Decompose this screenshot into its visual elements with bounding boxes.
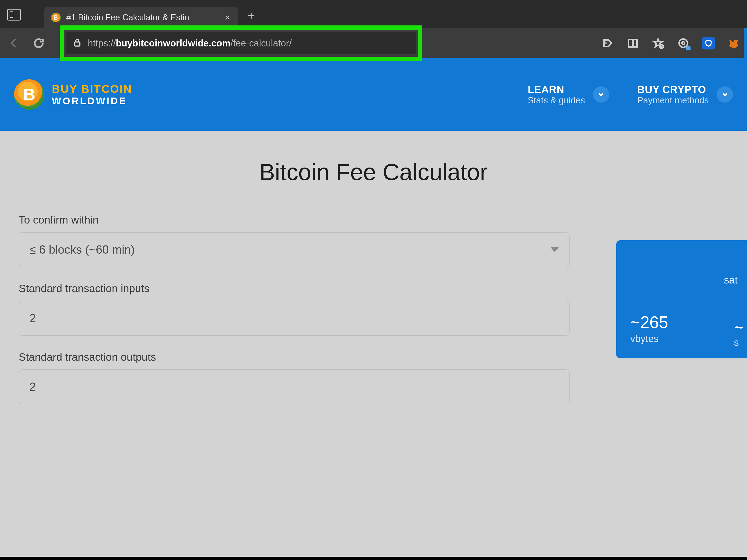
summary-vbytes-unit: vbytes [630, 333, 738, 344]
outputs-field[interactable] [19, 369, 570, 404]
refresh-button[interactable] [32, 36, 46, 50]
summary-top-label: sat [630, 254, 738, 306]
logo-mark-icon: B [14, 79, 44, 110]
url-host: buybitcoinworldwide.com [116, 38, 230, 48]
summary-right-unit: s [734, 337, 744, 348]
browser-titlebar: B #1 Bitcoin Fee Calculator & Estin × + [0, 0, 747, 28]
nav-learn-title: LEARN [528, 84, 585, 96]
tab-favicon-icon: B [51, 12, 61, 22]
outputs-label: Standard transaction outputs [19, 351, 570, 363]
svg-point-5 [679, 39, 688, 47]
back-button[interactable] [7, 36, 21, 50]
tab-title: #1 Bitcoin Fee Calculator & Estin [66, 12, 218, 22]
extension-circle-icon[interactable] [677, 37, 690, 50]
logo-text-line2: WORLDWIDE [52, 96, 132, 107]
letterbox-bar [0, 557, 747, 560]
reader-icon[interactable] [626, 37, 639, 50]
logo-text-line1: BUY BITCOIN [52, 83, 132, 96]
dropdown-triangle-icon [550, 247, 559, 252]
site-logo[interactable]: B BUY BITCOIN WORLDWIDE [14, 79, 132, 110]
nav-learn-subtitle: Stats & guides [528, 96, 585, 105]
new-tab-button[interactable]: + [248, 8, 255, 23]
svg-rect-2 [629, 39, 633, 47]
nav-buy-crypto[interactable]: BUY CRYPTO Payment methods [637, 84, 733, 105]
bitwarden-extension-icon[interactable] [702, 37, 715, 50]
nav-buy-title: BUY CRYPTO [637, 84, 709, 96]
summary-right-value: ~ [734, 318, 744, 337]
nav-learn[interactable]: LEARN Stats & guides [528, 84, 609, 105]
svg-text:A: A [604, 41, 608, 46]
summary-vbytes-value: ~265 [630, 313, 738, 332]
browser-toolbar: https://buybitcoinworldwide.com/fee-calc… [0, 28, 747, 58]
nav-buy-subtitle: Payment methods [637, 96, 709, 105]
fee-summary-card: sat ~265 vbytes ~ s [616, 240, 747, 358]
site-header: B BUY BITCOIN WORLDWIDE LEARN Stats & gu… [0, 58, 747, 131]
right-edge-accent [744, 28, 747, 58]
tab-overview-icon[interactable] [7, 9, 21, 21]
svg-rect-3 [633, 39, 637, 47]
favorites-add-icon[interactable] [652, 37, 664, 50]
confirm-within-select[interactable]: ≤ 6 blocks (~60 min) [19, 232, 570, 267]
confirm-within-value: ≤ 6 blocks (~60 min) [29, 243, 135, 257]
page-viewport: B BUY BITCOIN WORLDWIDE LEARN Stats & gu… [0, 58, 747, 560]
confirm-within-label: To confirm within [19, 213, 570, 226]
read-aloud-icon[interactable]: A [601, 37, 614, 50]
chevron-down-icon [593, 86, 609, 103]
page-title: Bitcoin Fee Calculator [19, 159, 728, 186]
notification-dot-icon [686, 46, 691, 50]
inputs-input[interactable] [29, 312, 559, 325]
outputs-input[interactable] [29, 380, 559, 394]
svg-rect-0 [75, 42, 80, 46]
inputs-label: Standard transaction inputs [19, 282, 570, 295]
page-content: Bitcoin Fee Calculator To confirm within… [0, 131, 747, 560]
browser-tab[interactable]: B #1 Bitcoin Fee Calculator & Estin × [44, 7, 238, 28]
close-tab-icon[interactable]: × [224, 12, 232, 23]
url-protocol: https:// [88, 38, 116, 48]
chevron-down-icon [717, 86, 733, 103]
metamask-extension-icon[interactable] [727, 37, 740, 50]
toolbar-right-icons: A [601, 28, 740, 58]
svg-point-6 [682, 42, 685, 45]
address-bar[interactable]: https://buybitcoinworldwide.com/fee-calc… [66, 32, 416, 54]
url-text: https://buybitcoinworldwide.com/fee-calc… [88, 38, 292, 49]
url-path: /fee-calculator/ [230, 38, 291, 48]
inputs-field[interactable] [19, 301, 570, 336]
lock-icon [73, 37, 82, 49]
